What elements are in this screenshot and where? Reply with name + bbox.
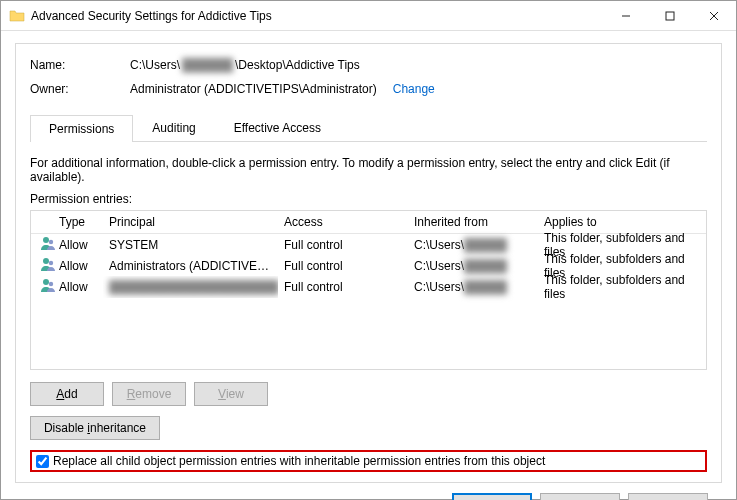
cell-access: Full control <box>278 234 408 256</box>
entry-buttons: Add Remove View <box>30 382 707 406</box>
apply-button[interactable]: Apply <box>628 493 708 500</box>
cell-principal: Administrators (ADDICTIVETIP... <box>103 255 278 277</box>
content-area: Name: C:\Users\██████\Desktop\Addictive … <box>1 31 736 500</box>
cell-access: Full control <box>278 255 408 277</box>
col-type[interactable]: Type <box>53 211 103 233</box>
maximize-button[interactable] <box>648 1 692 30</box>
col-principal[interactable]: Principal <box>103 211 278 233</box>
table-row[interactable]: Allow████████████████████Full controlC:\… <box>31 276 706 297</box>
dialog-footer: OK Cancel Apply <box>15 483 722 500</box>
name-label: Name: <box>30 58 130 72</box>
name-row: Name: C:\Users\██████\Desktop\Addictive … <box>30 58 707 72</box>
cell-type: Allow <box>53 234 103 256</box>
window-title: Advanced Security Settings for Addictive… <box>31 9 604 23</box>
col-inherited[interactable]: Inherited from <box>408 211 538 233</box>
cell-access: Full control <box>278 276 408 298</box>
cell-inherited: C:\Users\█████ <box>408 255 538 277</box>
cell-inherited: C:\Users\█████ <box>408 234 538 256</box>
user-icon <box>31 273 53 300</box>
inner-panel: Name: C:\Users\██████\Desktop\Addictive … <box>15 43 722 483</box>
tab-effective-access[interactable]: Effective Access <box>215 114 340 141</box>
owner-row: Owner: Administrator (ADDICTIVETIPS\Admi… <box>30 82 707 96</box>
view-button: View <box>194 382 268 406</box>
folder-icon <box>9 8 25 24</box>
cell-type: Allow <box>53 276 103 298</box>
entries-label: Permission entries: <box>30 192 707 206</box>
cell-applies: This folder, subfolders and files <box>538 269 706 305</box>
remove-button: Remove <box>112 382 186 406</box>
permissions-table[interactable]: Type Principal Access Inherited from App… <box>30 210 707 370</box>
ok-button[interactable]: OK <box>452 493 532 500</box>
tab-auditing[interactable]: Auditing <box>133 114 214 141</box>
svg-point-4 <box>43 237 49 243</box>
close-button[interactable] <box>692 1 736 30</box>
tab-strip: Permissions Auditing Effective Access <box>30 114 707 142</box>
table-body: AllowSYSTEMFull controlC:\Users\█████Thi… <box>31 234 706 297</box>
tab-permissions[interactable]: Permissions <box>30 115 133 142</box>
replace-checkbox-label: Replace all child object permission entr… <box>53 454 545 468</box>
disable-inheritance-button[interactable]: Disable inheritance <box>30 416 160 440</box>
window-controls <box>604 1 736 30</box>
svg-rect-1 <box>666 12 674 20</box>
name-value: C:\Users\██████\Desktop\Addictive Tips <box>130 58 360 72</box>
replace-checkbox[interactable] <box>36 455 49 468</box>
cancel-button[interactable]: Cancel <box>540 493 620 500</box>
cell-type: Allow <box>53 255 103 277</box>
svg-point-6 <box>43 258 49 264</box>
instruction-text: For additional information, double-click… <box>30 156 707 184</box>
replace-checkbox-row[interactable]: Replace all child object permission entr… <box>30 450 707 472</box>
owner-value: Administrator (ADDICTIVETIPS\Administrat… <box>130 82 435 96</box>
svg-point-8 <box>43 279 49 285</box>
dialog-window: Advanced Security Settings for Addictive… <box>0 0 737 500</box>
cell-principal: ████████████████████ <box>103 276 278 298</box>
cell-inherited: C:\Users\█████ <box>408 276 538 298</box>
owner-label: Owner: <box>30 82 130 96</box>
add-button[interactable]: Add <box>30 382 104 406</box>
col-access[interactable]: Access <box>278 211 408 233</box>
minimize-button[interactable] <box>604 1 648 30</box>
titlebar: Advanced Security Settings for Addictive… <box>1 1 736 31</box>
cell-principal: SYSTEM <box>103 234 278 256</box>
change-link[interactable]: Change <box>393 82 435 96</box>
disable-row: Disable inheritance <box>30 416 707 440</box>
